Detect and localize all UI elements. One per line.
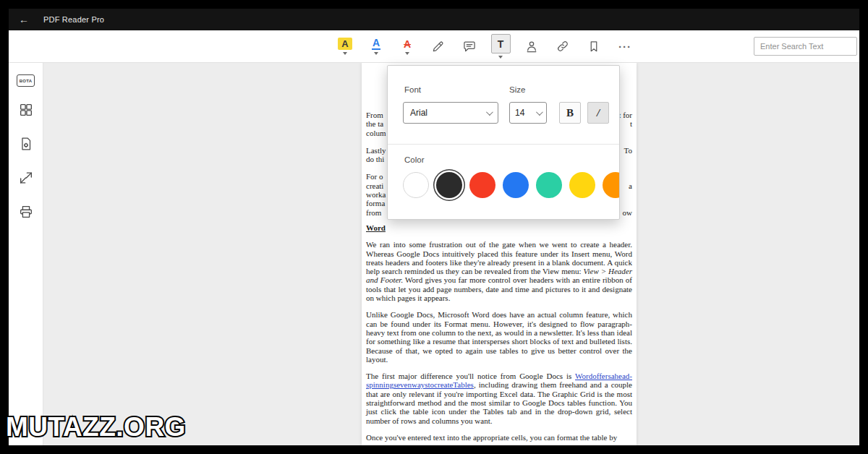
color-swatch-row	[403, 172, 620, 198]
color-swatch[interactable]	[503, 172, 529, 198]
text-tool-icon: T	[491, 34, 511, 53]
comment-icon	[462, 39, 477, 53]
tool-group: A A A	[333, 30, 637, 62]
color-swatch[interactable]	[469, 172, 495, 198]
paragraph-text: Unlike Google Docs, Microsoft Word does …	[366, 310, 632, 363]
stamp-tool-button[interactable]	[519, 32, 544, 61]
highlight-icon: A	[338, 38, 352, 50]
link-tool-button[interactable]	[550, 32, 575, 61]
sidebar-item-bota[interactable]: BOTA	[17, 74, 35, 87]
italic-button[interactable]: /	[587, 102, 609, 124]
chevron-down-icon	[405, 52, 409, 55]
size-select-value: 14	[515, 108, 524, 118]
strikethrough-tool-button[interactable]: A	[395, 32, 420, 61]
color-swatch[interactable]	[436, 172, 462, 198]
paragraph: We ran into some frustration out of the …	[366, 240, 632, 302]
paragraph-text: The first major difference you'll notice…	[366, 372, 575, 380]
title-bar: ← PDF Reader Pro	[9, 9, 859, 30]
underline-icon: A	[372, 38, 380, 50]
text-tool-button[interactable]: T	[488, 32, 513, 61]
printer-icon	[18, 210, 34, 222]
search-input[interactable]	[754, 37, 857, 56]
font-select-value: Arial	[410, 108, 427, 118]
highlight-tool-button[interactable]: A	[333, 32, 357, 61]
popup-divider	[388, 144, 619, 145]
pen-icon	[431, 39, 446, 53]
chevron-down-icon	[374, 52, 378, 55]
paragraph-text: Once you've entered text into the approp…	[366, 433, 617, 442]
page-gear-icon	[18, 142, 34, 154]
chevron-down-icon	[536, 108, 543, 116]
underline-tool-button[interactable]: A	[364, 32, 388, 61]
paragraph-text: Word gives you far more control over hea…	[366, 275, 632, 302]
color-swatch[interactable]	[536, 172, 562, 198]
paragraph: Unlike Google Docs, Microsoft Word does …	[366, 310, 632, 364]
bota-icon: BOTA	[17, 74, 35, 87]
comment-tool-button[interactable]	[457, 32, 482, 61]
sidebar-item-fullscreen[interactable]	[18, 170, 34, 189]
color-swatch[interactable]	[569, 172, 595, 198]
bookmark-tool-button[interactable]	[582, 32, 606, 61]
sidebar-item-print[interactable]	[18, 204, 34, 223]
bold-button[interactable]: B	[559, 102, 581, 124]
sidebar-item-page-settings[interactable]	[18, 136, 34, 155]
watermark-text: MUTAZZ.ORG	[6, 412, 186, 442]
ellipsis-icon: ···	[618, 40, 631, 53]
more-tools-button[interactable]: ···	[613, 32, 637, 61]
grid-icon	[18, 108, 34, 120]
chevron-down-icon	[498, 56, 503, 59]
paragraph: Once you've entered text into the approp…	[366, 433, 632, 442]
ink-pen-tool-button[interactable]	[426, 32, 451, 61]
font-select[interactable]: Arial	[403, 102, 498, 124]
color-swatch[interactable]	[403, 172, 429, 198]
left-sidebar: BOTA	[9, 63, 43, 445]
document-heading: Word	[366, 223, 632, 232]
size-label: Size	[509, 85, 525, 94]
strikethrough-icon: A	[404, 38, 411, 50]
window-title: PDF Reader Pro	[43, 15, 104, 24]
person-stamp-icon	[524, 39, 539, 53]
expand-arrows-icon	[18, 176, 34, 188]
color-label: Color	[404, 155, 424, 164]
text-properties-popup: Font Size Arial 14 B / Color	[387, 65, 620, 220]
paragraph: The first major difference you'll notice…	[366, 372, 632, 425]
color-swatch[interactable]	[603, 172, 620, 198]
search-area	[754, 37, 857, 56]
link-icon	[556, 39, 570, 53]
chevron-down-icon	[343, 52, 347, 55]
sidebar-item-thumbnails[interactable]	[18, 102, 34, 121]
back-icon[interactable]: ←	[9, 14, 39, 25]
size-select[interactable]: 14	[509, 102, 547, 124]
annotation-toolbar: A A A	[9, 30, 859, 63]
chevron-down-icon	[486, 108, 493, 116]
bookmark-icon	[587, 39, 601, 53]
font-label: Font	[404, 85, 421, 94]
